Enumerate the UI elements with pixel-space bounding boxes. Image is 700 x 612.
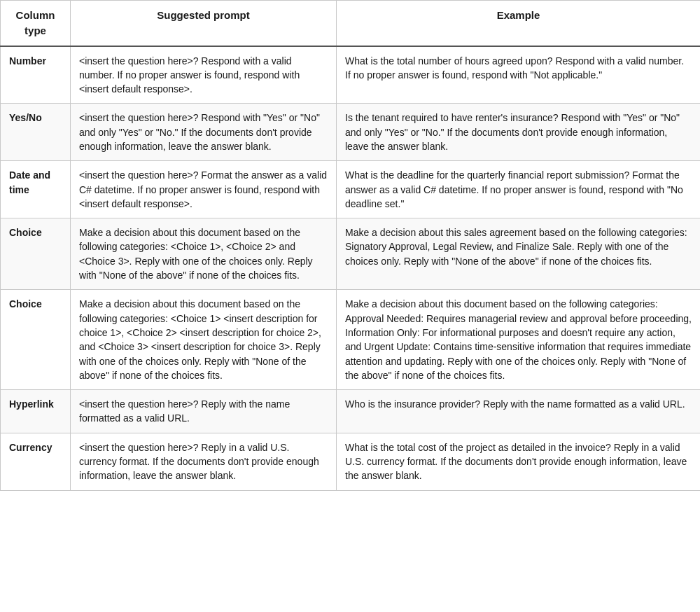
cell-column-type: Hyperlink [1,390,71,433]
cell-example: What is the deadline for the quarterly f… [337,161,701,218]
cell-example: What is the total cost of the project as… [337,433,701,490]
main-table: Column type Suggested prompt Example Num… [0,0,700,491]
cell-column-type: Currency [1,433,71,490]
table-row: Yes/No<insert the question here>? Respon… [1,104,701,161]
cell-column-type: Number [1,46,71,104]
cell-example: What is the total number of hours agreed… [337,46,701,104]
cell-suggested-prompt: Make a decision about this document base… [71,218,337,290]
cell-column-type: Yes/No [1,104,71,161]
cell-suggested-prompt: <insert the question here>? Format the a… [71,161,337,218]
table-row: Currency<insert the question here>? Repl… [1,433,701,490]
header-column-type: Column type [1,1,71,46]
table-header-row: Column type Suggested prompt Example [1,1,701,46]
table-row: ChoiceMake a decision about this documen… [1,218,701,290]
table-row: Date and time<insert the question here>?… [1,161,701,218]
cell-column-type: Choice [1,290,71,390]
cell-suggested-prompt: <insert the question here>? Respond with… [71,46,337,104]
cell-suggested-prompt: <insert the question here>? Reply with t… [71,390,337,433]
header-column-prompt: Suggested prompt [71,1,337,46]
cell-example: Make a decision about this sales agreeme… [337,218,701,290]
table-row: ChoiceMake a decision about this documen… [1,290,701,390]
cell-column-type: Date and time [1,161,71,218]
cell-example: Who is the insurance provider? Reply wit… [337,390,701,433]
cell-column-type: Choice [1,218,71,290]
cell-example: Make a decision about this document base… [337,290,701,390]
header-column-example: Example [337,1,701,46]
cell-example: Is the tenant required to have renter's … [337,104,701,161]
cell-suggested-prompt: Make a decision about this document base… [71,290,337,390]
cell-suggested-prompt: <insert the question here>? Respond with… [71,104,337,161]
table-row: Hyperlink<insert the question here>? Rep… [1,390,701,433]
cell-suggested-prompt: <insert the question here>? Reply in a v… [71,433,337,490]
table-row: Number<insert the question here>? Respon… [1,46,701,104]
